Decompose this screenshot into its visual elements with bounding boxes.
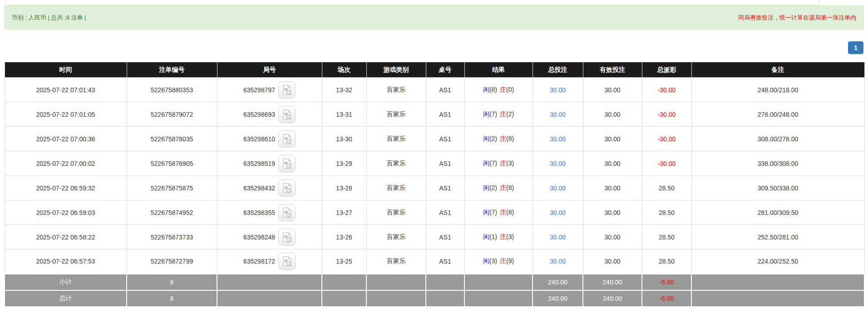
cell-game-type: 百家乐 (366, 249, 426, 274)
round-id-text: 635298693 (243, 111, 275, 118)
cell-round-id: 635298432 (217, 176, 322, 200)
cell-result: 闲(7)庄(2) (464, 102, 533, 127)
result-banker-label: 庄 (500, 110, 506, 118)
cell-game-type: 百家乐 (366, 127, 426, 151)
cell-payout: 28.50 (642, 200, 691, 225)
cell-session: 13-26 (322, 225, 366, 249)
cell-time: 2025-07-22 07:00:02 (5, 151, 127, 176)
banner-notice-text: 同局有效投注，统一计算在该局第一张注单内 (738, 14, 856, 22)
cell-total-bet-link[interactable]: 30.00 (533, 127, 583, 151)
video-replay-icon (282, 109, 292, 120)
currency-summary-text: 币别 : 人民币 | 总共 :8 注单 | (12, 14, 86, 22)
cell-payout: -30.00 (642, 127, 691, 151)
col-header-bet-id: 注单编号 (127, 62, 217, 78)
cell-bet-id: 522675878035 (127, 127, 217, 151)
round-id-text: 635298172 (243, 258, 275, 265)
subtotal-total-bet: 240.00 (533, 274, 583, 290)
cell-valid-bet: 30.00 (583, 225, 642, 249)
result-player-label: 闲 (483, 257, 489, 264)
total-empty-session (322, 290, 366, 307)
result-banker-label: 庄 (500, 86, 506, 93)
total-row: 总计 8 240.00 240.00 -6.00 (5, 290, 864, 307)
cell-time: 2025-07-22 07:01:43 (5, 78, 127, 102)
video-replay-icon (282, 134, 292, 145)
table-body: 2025-07-22 07:01:43 522675880353 6352987… (5, 78, 864, 274)
cell-time: 2025-07-22 07:01:05 (5, 102, 127, 127)
cell-bet-id: 522675880353 (127, 78, 217, 102)
round-id-text: 635298432 (243, 184, 275, 192)
video-replay-button[interactable] (278, 106, 296, 123)
subtotal-payout: -6.00 (642, 274, 691, 290)
cell-remark: 281.00/309.50 (691, 200, 864, 225)
subtotal-valid-bet: 240.00 (583, 274, 642, 290)
video-replay-icon (282, 207, 292, 218)
cell-bet-id: 522675873733 (127, 225, 217, 249)
pagination: 1 (0, 41, 863, 54)
video-replay-button[interactable] (278, 253, 296, 270)
result-player-label: 闲 (483, 135, 489, 142)
cell-session: 13-25 (322, 249, 366, 274)
round-id-text: 635298797 (243, 86, 275, 94)
round-id-text: 635298610 (243, 135, 275, 143)
video-replay-button[interactable] (278, 130, 296, 148)
result-player-score: (8) (489, 86, 497, 93)
cell-table-no: AS1 (426, 249, 464, 274)
cell-bet-id: 522675876905 (127, 151, 217, 176)
result-player-label: 闲 (483, 184, 489, 191)
col-header-time: 时间 (5, 62, 127, 78)
cell-round-id: 635298172 (217, 249, 322, 274)
cell-remark: 338.00/308.00 (691, 151, 864, 176)
cell-total-bet-link[interactable]: 30.00 (533, 176, 583, 200)
video-replay-button[interactable] (278, 204, 296, 221)
result-player-score: (1) (489, 233, 497, 240)
video-replay-icon (282, 256, 292, 267)
col-header-payout: 总派彩 (642, 62, 691, 78)
cell-total-bet-link[interactable]: 30.00 (533, 249, 583, 274)
total-label: 总计 (5, 290, 127, 307)
table-row: 2025-07-22 06:59:32 522675875875 6352984… (5, 176, 864, 200)
pagination-page-1-button[interactable]: 1 (848, 41, 863, 54)
result-banker-score: (8) (506, 135, 514, 142)
subtotal-remark (691, 274, 864, 290)
result-banker-score: (3) (506, 159, 514, 167)
cell-time: 2025-07-22 06:57:53 (5, 249, 127, 274)
cell-valid-bet: 30.00 (583, 78, 642, 102)
cell-game-type: 百家乐 (366, 151, 426, 176)
cell-total-bet-link[interactable]: 30.00 (533, 78, 583, 102)
cell-valid-bet: 30.00 (583, 176, 642, 200)
video-replay-button[interactable] (278, 155, 296, 172)
cell-result: 闲(1)庄(3) (464, 225, 533, 249)
cell-total-bet-link[interactable]: 30.00 (533, 225, 583, 249)
cell-game-type: 百家乐 (366, 78, 426, 102)
round-id-text: 635298519 (243, 160, 275, 167)
result-banker-score: (8) (506, 209, 514, 216)
cell-payout: 28.50 (642, 225, 691, 249)
cell-round-id: 635298248 (217, 225, 322, 249)
video-replay-button[interactable] (278, 81, 296, 99)
cell-total-bet-link[interactable]: 30.00 (533, 102, 583, 127)
result-banker-score: (2) (506, 110, 514, 118)
cell-game-type: 百家乐 (366, 200, 426, 225)
result-player-score: (2) (489, 135, 497, 142)
total-empty-result (464, 290, 533, 307)
total-count: 8 (127, 290, 217, 307)
result-banker-label: 庄 (500, 135, 506, 142)
video-replay-icon (282, 183, 292, 194)
subtotal-empty-table (426, 274, 464, 290)
subtotal-empty-result (464, 274, 533, 290)
table-row: 2025-07-22 07:00:36 522675878035 6352986… (5, 127, 864, 151)
result-player-score: (2) (489, 184, 497, 191)
cell-payout: 28.50 (642, 176, 691, 200)
total-empty-round (217, 290, 322, 307)
video-replay-button[interactable] (278, 179, 296, 197)
subtotal-count: 8 (127, 274, 217, 290)
cell-total-bet-link[interactable]: 30.00 (533, 200, 583, 225)
result-player-label: 闲 (483, 86, 489, 93)
total-empty-table (426, 290, 464, 307)
video-replay-button[interactable] (278, 229, 296, 246)
cell-total-bet-link[interactable]: 30.00 (533, 151, 583, 176)
cell-time: 2025-07-22 07:00:36 (5, 127, 127, 151)
cell-session: 13-31 (322, 102, 366, 127)
cell-session: 13-30 (322, 127, 366, 151)
table-row: 2025-07-22 07:00:02 522675876905 6352985… (5, 151, 864, 176)
